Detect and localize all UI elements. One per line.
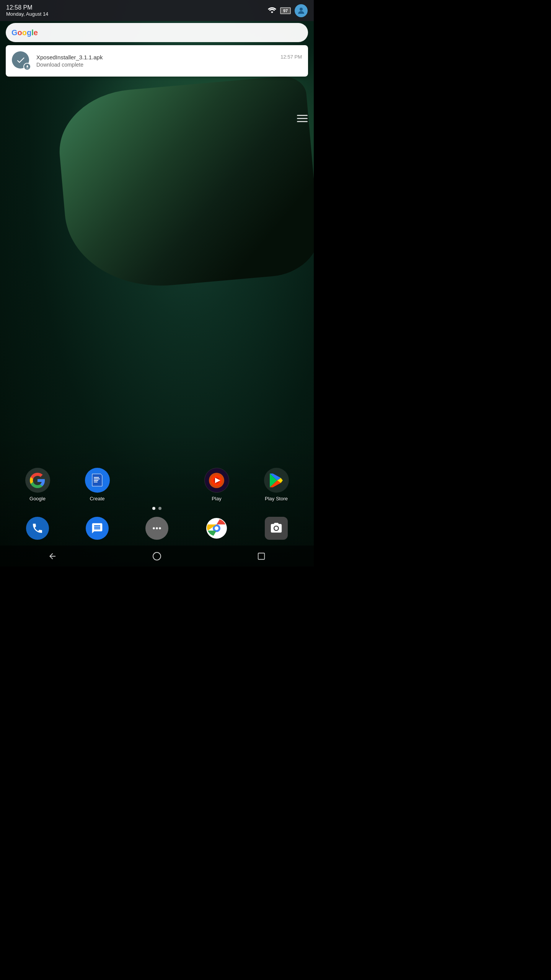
search-bar[interactable]: Google [6, 23, 308, 42]
status-icons: 97 [268, 4, 308, 17]
recents-button[interactable] [252, 547, 271, 566]
hamburger-menu[interactable] [297, 115, 308, 122]
svg-point-13 [156, 527, 158, 529]
phone-icon [26, 517, 49, 540]
status-bar: 12:58 PM Monday, August 14 97 [0, 0, 314, 21]
dock-camera[interactable] [263, 517, 290, 540]
notification-title: XposedInstaller_3.1.1.apk [36, 54, 103, 60]
create-label: Create [90, 496, 104, 501]
notification-badge [23, 63, 31, 70]
page-dots [152, 507, 161, 510]
notification-content: XposedInstaller_3.1.1.apk 12:57 PM Downl… [36, 54, 302, 68]
svg-rect-8 [94, 482, 98, 482]
dock-phone[interactable] [24, 517, 51, 540]
svg-point-19 [153, 552, 161, 560]
chrome-icon [205, 517, 228, 540]
status-date: Monday, August 14 [6, 11, 48, 17]
home-button[interactable] [147, 547, 166, 566]
launcher-icon [145, 517, 168, 540]
create-icon [85, 468, 110, 493]
play-label: Play [212, 496, 221, 501]
svg-rect-6 [94, 479, 100, 479]
svg-rect-5 [94, 477, 99, 478]
dock-messages[interactable] [84, 517, 111, 540]
hamburger-line-1 [297, 115, 308, 116]
messages-icon [86, 517, 109, 540]
page-dot-2 [158, 507, 161, 510]
google-label: Google [29, 496, 46, 501]
svg-point-0 [300, 8, 303, 11]
play-icon [204, 468, 229, 493]
hamburger-line-3 [297, 121, 308, 122]
app-playstore[interactable]: Play Store [261, 468, 292, 501]
app-row-1: Google Create [8, 468, 306, 501]
notification-body: Download complete [36, 62, 302, 68]
page-dot-1 [152, 507, 155, 510]
app-google[interactable]: Google [22, 468, 53, 501]
back-button[interactable] [43, 547, 62, 566]
playstore-icon [264, 468, 289, 493]
app-play[interactable]: Play [201, 468, 232, 501]
notification-card[interactable]: XposedInstaller_3.1.1.apk 12:57 PM Downl… [6, 45, 308, 77]
svg-point-18 [215, 526, 218, 530]
google-logo: Google [11, 28, 38, 37]
dock-launcher[interactable] [143, 517, 170, 540]
notification-time: 12:57 PM [280, 54, 302, 60]
app-create[interactable]: Create [82, 468, 112, 501]
camera-icon [265, 517, 288, 540]
avatar-icon[interactable] [295, 4, 308, 17]
dock [0, 513, 314, 544]
battery-icon: 97 [280, 7, 291, 14]
notification-icon-wrap [12, 51, 31, 70]
svg-point-14 [159, 527, 161, 529]
hamburger-line-2 [297, 118, 308, 119]
nav-bar [0, 546, 314, 567]
notification-header: XposedInstaller_3.1.1.apk 12:57 PM [36, 54, 302, 60]
app-grid: Google Create [0, 468, 314, 509]
status-time: 12:58 PM [6, 4, 48, 11]
wifi-icon [268, 7, 276, 15]
dock-chrome[interactable] [203, 517, 230, 540]
playstore-label: Play Store [265, 496, 288, 501]
svg-rect-7 [94, 480, 98, 481]
status-left: 12:58 PM Monday, August 14 [6, 4, 48, 17]
svg-rect-20 [258, 553, 265, 559]
google-icon [25, 468, 50, 493]
svg-point-12 [153, 527, 155, 529]
